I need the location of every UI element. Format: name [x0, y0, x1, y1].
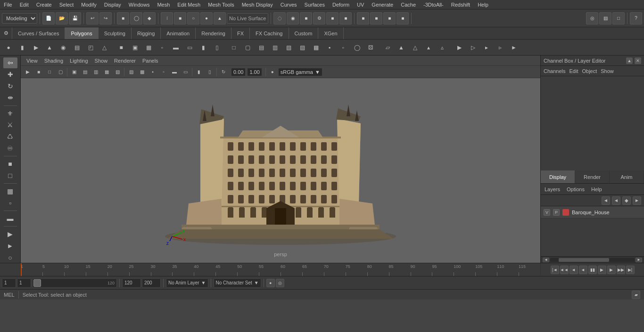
menu-3dtool[interactable]: -3DtoAll-	[420, 1, 447, 8]
vp-xray-icon[interactable]: ▨	[126, 67, 136, 77]
icon-poly5[interactable]: ▬	[169, 41, 182, 54]
icon-poly8[interactable]: ▯	[210, 41, 223, 54]
icon-wireframe[interactable]: ▷	[466, 41, 479, 54]
vp-wireframe-icon[interactable]: ▣	[69, 67, 79, 77]
tool5-button[interactable]: ■	[326, 12, 339, 24]
frame-field2[interactable]: 1	[17, 278, 31, 288]
vp-hud-icon[interactable]: ▯	[205, 67, 215, 77]
vp-menu-show[interactable]: Show	[92, 57, 111, 65]
menu-create[interactable]: Create	[33, 1, 56, 8]
icon-poly4[interactable]: ▫	[156, 41, 169, 54]
snap-grid-button[interactable]: ⁝	[161, 12, 173, 24]
vp-isolate-icon[interactable]: ▩	[137, 67, 147, 77]
object-link[interactable]: Object	[582, 68, 597, 74]
pb-fwd-btn[interactable]: ▶▶	[617, 266, 625, 274]
tab-sculpting[interactable]: Sculpting	[99, 27, 132, 39]
lasso-tool-button[interactable]: ◯	[130, 12, 142, 24]
frame-slider[interactable]: 120	[32, 278, 117, 288]
menu-edit[interactable]: Edit	[16, 1, 33, 8]
icon-target-weld[interactable]: ⚄	[364, 41, 377, 54]
snap-surface-button[interactable]: ▲	[214, 12, 226, 24]
tab-fx[interactable]: FX	[231, 27, 250, 39]
vp-pivot-icon[interactable]: ▪	[148, 67, 158, 77]
icon-cylinder[interactable]: ▶	[29, 41, 42, 54]
ui-toggle-button[interactable]: ▤	[599, 12, 611, 24]
measure-tool[interactable]: □	[3, 170, 17, 181]
vp-bookmark-icon[interactable]: □	[44, 67, 55, 77]
soft-select[interactable]: ♺	[3, 131, 17, 142]
menu-curves[interactable]: Curves	[277, 1, 301, 8]
menu-deform[interactable]: Deform	[329, 1, 353, 8]
icon-cone[interactable]: ▲	[43, 41, 56, 54]
lasso-tool[interactable]: ⚜	[3, 108, 17, 119]
icon-split[interactable]: ▧	[282, 41, 295, 54]
render-button[interactable]: ◉	[287, 12, 299, 24]
tool8-button[interactable]: ■	[370, 12, 382, 24]
icon-separate[interactable]: ▲	[395, 41, 408, 54]
icon-poly7[interactable]: ▮	[197, 41, 210, 54]
icon-xray[interactable]: ▶	[453, 41, 466, 54]
layer-prev-icon[interactable]: ◄	[602, 196, 610, 205]
menu-mesh-display[interactable]: Mesh Display	[238, 1, 277, 8]
icon-boolean[interactable]: ▴	[422, 41, 435, 54]
select-tool-button[interactable]: ■	[117, 12, 129, 24]
layer-item[interactable]: V P Baroque_House	[541, 206, 644, 219]
vp-paint-icon[interactable]: ▭	[180, 67, 190, 77]
grid-toggle[interactable]: ▦	[3, 186, 17, 197]
scale-tool[interactable]: ⇼	[3, 92, 17, 103]
scroll-thumb[interactable]	[559, 258, 609, 262]
no-character-set-dropdown[interactable]: No Character Set ▼	[214, 278, 261, 288]
vp-menu-shading[interactable]: Shading	[41, 57, 66, 65]
subtab-layers[interactable]: Layers	[543, 184, 562, 194]
undo-button[interactable]: ↩	[86, 12, 99, 24]
show-link[interactable]: Show	[601, 68, 614, 74]
gamma-dropdown[interactable]: sRGB gamma ▼	[278, 68, 322, 76]
tab-polygons[interactable]: Polygons	[65, 27, 98, 39]
icon-poly3[interactable]: ▦	[142, 41, 155, 54]
tab-fx-caching[interactable]: FX Caching	[250, 27, 289, 39]
icon-merge[interactable]: ▥	[268, 41, 281, 54]
timeline-main[interactable]: 1510152025303540455055606570758085909510…	[21, 263, 540, 276]
render-settings-button[interactable]: ⚙	[313, 12, 325, 24]
ipr-button[interactable]: ■	[300, 12, 312, 24]
paint-select[interactable]: ⚔	[3, 120, 17, 130]
open-file-button[interactable]: 📂	[56, 12, 68, 24]
menu-display[interactable]: Display	[100, 1, 125, 8]
workspace-dropdown[interactable]: Modeling	[2, 13, 37, 24]
icon-wedge[interactable]: ▫	[337, 41, 350, 54]
icon-poke[interactable]: ▪	[323, 41, 336, 54]
snap-point-button[interactable]: ○	[187, 12, 199, 24]
vp-smooth-icon[interactable]: ▤	[80, 67, 90, 77]
anim-key-btn[interactable]: ●	[266, 279, 275, 287]
vp-component-icon[interactable]: ▫	[158, 67, 169, 77]
menu-redshift[interactable]: Redshift	[447, 1, 474, 8]
pin-tool[interactable]: ▶	[3, 229, 17, 240]
show-hide[interactable]: ▬	[3, 213, 17, 224]
menu-mesh[interactable]: Mesh	[153, 1, 173, 8]
icon-plane[interactable]: ▤	[70, 41, 83, 54]
rotate-tool[interactable]: ↻	[3, 81, 17, 91]
range-start-field[interactable]: 120	[122, 278, 141, 288]
icon-poly6[interactable]: ▭	[183, 41, 196, 54]
pb-play-btn[interactable]: ▶	[598, 266, 606, 274]
vp-menu-renderer[interactable]: Renderer	[111, 57, 139, 65]
camera-tool[interactable]: ○	[3, 252, 17, 263]
panel-close-icon[interactable]: ✕	[635, 57, 641, 64]
layer-p-label[interactable]: P	[553, 209, 560, 216]
scroll-left-arrow[interactable]: ◄	[543, 258, 549, 262]
menu-modify[interactable]: Modify	[77, 1, 100, 8]
save-file-button[interactable]: 💾	[69, 12, 81, 24]
icon-cube[interactable]: ▮	[16, 41, 29, 54]
layer-next-icon[interactable]: ►	[633, 196, 641, 205]
icon-smooth-shade[interactable]: ▸	[480, 41, 493, 54]
vp-menu-panels[interactable]: Panels	[140, 57, 161, 65]
tab-custom[interactable]: Custom	[289, 27, 319, 39]
pb-next-btn[interactable]: ▶	[607, 266, 616, 274]
pb-play-rev-btn[interactable]: ◄	[579, 266, 587, 274]
panel-pin-icon[interactable]: ▲	[626, 57, 633, 64]
vp-light-icon[interactable]: ▦	[101, 67, 112, 77]
menu-help[interactable]: Help	[474, 1, 492, 8]
sculpt-tool[interactable]: ♾	[3, 143, 17, 154]
light-tool[interactable]: ►	[3, 241, 17, 251]
anim-set-btn[interactable]: ◎	[276, 279, 284, 287]
